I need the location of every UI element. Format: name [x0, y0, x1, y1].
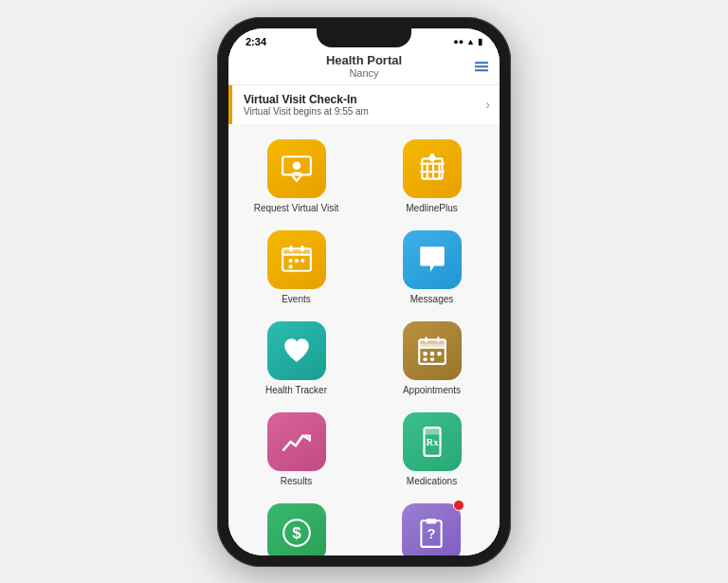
events-label: Events: [282, 294, 311, 304]
chart-up-svg: [281, 426, 313, 458]
svg-rect-21: [425, 337, 427, 342]
billing-icon: $: [267, 503, 326, 556]
svg-point-13: [288, 258, 292, 262]
svg-rect-23: [423, 352, 427, 355]
svg-rect-27: [429, 357, 433, 360]
svg-rect-25: [437, 352, 441, 355]
svg-text:?: ?: [428, 526, 436, 541]
phone-notch: [317, 28, 411, 47]
app-item-events[interactable]: Events: [267, 230, 326, 304]
monitor-person-svg: [281, 153, 313, 185]
wifi-icon: ▲: [466, 37, 475, 46]
banner-title: Virtual Visit Check-In: [244, 93, 473, 106]
request-virtual-visit-icon: [267, 139, 326, 198]
questionnaires-badge: [453, 500, 464, 511]
hospital-building-svg: [416, 153, 448, 185]
app-item-messages[interactable]: Messages: [403, 230, 462, 304]
messages-label: Messages: [410, 294, 454, 304]
app-item-billing[interactable]: $ Billing: [267, 503, 326, 556]
app-item-appointments[interactable]: Appointments: [403, 321, 462, 395]
request-virtual-visit-label: Request Virtual Visit: [254, 203, 339, 213]
health-tracker-icon: [267, 321, 326, 380]
svg-text:$: $: [292, 524, 301, 542]
phone-frame: 2:34 ●● ▲ ▮ Health Portal Nancy Virtual …: [217, 17, 511, 567]
questionnaires-icon: ?: [402, 503, 461, 556]
results-icon: [267, 412, 326, 471]
app-item-request-virtual-visit[interactable]: Request Virtual Visit: [254, 139, 339, 213]
header-title: Health Portal: [240, 53, 488, 67]
svg-rect-22: [437, 337, 439, 342]
svg-text:Rx: Rx: [426, 437, 439, 447]
battery-icon: ▮: [478, 37, 482, 46]
chat-bubble-svg: [416, 244, 448, 276]
status-icons: ●● ▲ ▮: [453, 37, 482, 46]
app-item-results[interactable]: Results: [267, 412, 326, 486]
app-grid-container: Request Virtual Visit: [228, 124, 500, 556]
virtual-visit-banner[interactable]: Virtual Visit Check-In Virtual Visit beg…: [228, 85, 500, 124]
medlineplus-icon: [403, 139, 462, 198]
svg-rect-29: [424, 428, 440, 434]
phone-screen: 2:34 ●● ▲ ▮ Health Portal Nancy Virtual …: [228, 28, 500, 556]
app-item-medications[interactable]: Rx Medications: [403, 412, 462, 486]
rx-svg: Rx: [416, 426, 448, 458]
svg-point-15: [300, 258, 304, 262]
svg-point-1: [292, 161, 300, 170]
messages-icon: [403, 230, 462, 289]
app-grid: Request Virtual Visit: [238, 139, 490, 556]
banner-subtitle: Virtual Visit begins at 9:55 am: [244, 106, 473, 117]
events-icon: [267, 230, 326, 289]
health-tracker-label: Health Tracker: [265, 385, 327, 395]
svg-rect-24: [429, 352, 433, 355]
dollar-svg: $: [281, 517, 313, 549]
status-time: 2:34: [246, 36, 266, 47]
svg-rect-34: [427, 519, 437, 523]
hamburger-line-2: [475, 65, 488, 67]
svg-rect-7: [420, 171, 445, 173]
hamburger-line-3: [475, 69, 488, 71]
app-item-health-tracker[interactable]: Health Tracker: [265, 321, 327, 395]
svg-rect-26: [423, 357, 427, 360]
appointments-label: Appointments: [403, 385, 461, 395]
svg-point-16: [288, 264, 292, 268]
signal-icon: ●●: [453, 37, 464, 46]
medlineplus-label: MedlinePlus: [406, 203, 457, 213]
medications-icon: Rx: [403, 412, 462, 471]
events-svg: [281, 244, 313, 276]
app-item-medlineplus[interactable]: MedlinePlus: [403, 139, 462, 213]
results-label: Results: [281, 476, 312, 486]
banner-arrow: ›: [485, 97, 490, 112]
svg-point-14: [294, 258, 298, 262]
app-item-questionnaires[interactable]: ? Questionnaires: [400, 503, 464, 556]
svg-rect-17: [283, 249, 310, 254]
calendar-svg: [416, 335, 448, 367]
appointments-icon: [403, 321, 462, 380]
question-clipboard-svg: ?: [415, 517, 447, 549]
heart-svg: [281, 335, 313, 367]
medications-label: Medications: [407, 476, 457, 486]
hamburger-menu-button[interactable]: [475, 62, 488, 71]
hamburger-line-1: [475, 62, 488, 64]
app-header: Health Portal Nancy: [228, 49, 500, 85]
header-subtitle: Nancy: [240, 67, 488, 79]
svg-rect-9: [429, 154, 433, 162]
